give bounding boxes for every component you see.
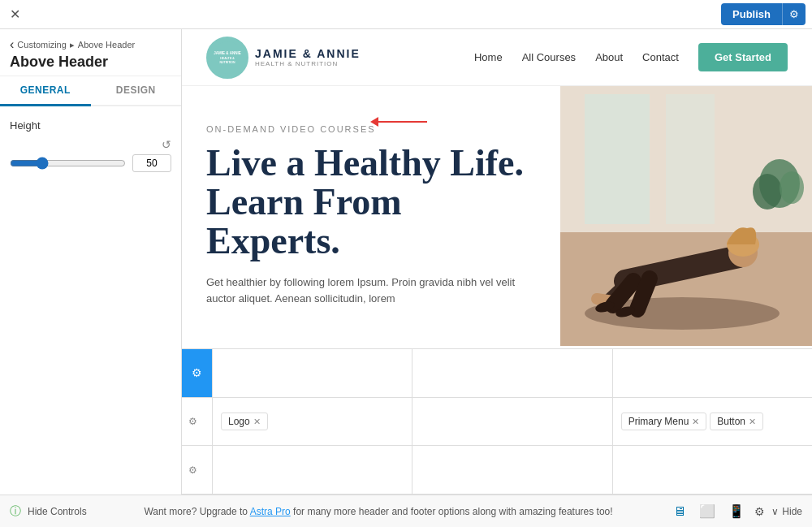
- builder-cell-2-middle[interactable]: [412, 398, 612, 446]
- hero-title: Live a Healthy Life. Learn From Experts.: [206, 144, 536, 261]
- upgrade-suffix: for many more header and footer options …: [293, 506, 613, 517]
- mobile-icon[interactable]: 📱: [725, 500, 748, 522]
- bottom-center: Want more? Upgrade to Astra Pro for many…: [87, 506, 671, 517]
- logo-sub: HEALTH & NUTRITION: [255, 60, 361, 67]
- bottom-bar: ⓘ Hide Controls Want more? Upgrade to As…: [0, 495, 812, 527]
- logo-tag-label: Logo: [228, 416, 250, 427]
- top-bar-left: ✕: [6, 3, 24, 25]
- sidebar-tabs: General Design: [0, 76, 181, 106]
- website-preview: JAMIE & ANNIE HEALTH & NUTRITION JAMIE &…: [182, 29, 812, 348]
- hide-button[interactable]: ∨ Hide: [771, 506, 802, 517]
- preview-area: JAMIE & ANNIE HEALTH & NUTRITION JAMIE &…: [182, 29, 812, 495]
- publish-group: Publish ⚙: [721, 3, 806, 25]
- builder-cell-active[interactable]: ⚙: [182, 349, 213, 397]
- reset-button[interactable]: ↺: [162, 138, 171, 151]
- sidebar: ‹ Customizing ▸ Above Header Above Heade…: [0, 29, 182, 495]
- hero-section: ON-DEMAND VIDEO COURSES Live a Healthy L…: [182, 86, 812, 346]
- chevron-down-icon: ∨: [771, 506, 779, 517]
- builder-cell-3-4[interactable]: [613, 446, 812, 494]
- astra-pro-link[interactable]: Astra Pro: [250, 506, 291, 517]
- upgrade-text: Want more? Upgrade to: [144, 506, 248, 517]
- sidebar-title: Above Header: [10, 54, 171, 71]
- bottom-right: 🖥 ⬜ 📱 ⚙ ∨ Hide: [670, 500, 802, 522]
- breadcrumb: ‹ Customizing ▸ Above Header: [10, 37, 171, 52]
- back-arrow[interactable]: ‹: [10, 37, 14, 52]
- close-button[interactable]: ✕: [6, 3, 24, 25]
- info-icon: ⓘ: [10, 504, 21, 519]
- builder-row-3: ⚙: [182, 446, 812, 495]
- breadcrumb-section: Above Header: [78, 40, 135, 50]
- builder-cell-3-gear[interactable]: ⚙: [182, 446, 213, 494]
- button-tag[interactable]: Button ✕: [710, 413, 763, 430]
- button-tag-label: Button: [717, 416, 745, 427]
- sidebar-header: ‹ Customizing ▸ Above Header Above Heade…: [0, 29, 181, 76]
- main-layout: ‹ Customizing ▸ Above Header Above Heade…: [0, 29, 812, 495]
- get-started-button[interactable]: Get Started: [698, 43, 788, 71]
- builder-cell-1-2[interactable]: [213, 349, 412, 397]
- logo-tag[interactable]: Logo ✕: [221, 413, 268, 430]
- svg-text:JAMIE & ANNIE: JAMIE & ANNIE: [214, 51, 240, 55]
- height-slider[interactable]: [10, 157, 126, 170]
- site-logo: JAMIE & ANNIE HEALTH & NUTRITION JAMIE &…: [206, 37, 361, 79]
- svg-text:NUTRITION: NUTRITION: [219, 61, 235, 64]
- breadcrumb-root[interactable]: Customizing: [17, 40, 67, 50]
- gear-icon-row3: ⚙: [188, 464, 197, 476]
- builder-row-1: ⚙: [182, 349, 812, 398]
- bottom-left: ⓘ Hide Controls: [10, 504, 87, 519]
- menu-about[interactable]: About: [595, 51, 623, 63]
- logo-circle: JAMIE & ANNIE HEALTH & NUTRITION: [206, 37, 248, 79]
- hide-controls-label[interactable]: Hide Controls: [28, 506, 87, 517]
- primary-menu-label: Primary Menu: [628, 416, 689, 427]
- svg-point-10: [780, 171, 804, 204]
- svg-text:HEALTH &: HEALTH &: [220, 57, 235, 60]
- builder-cell-1-4[interactable]: [613, 349, 812, 397]
- tab-general[interactable]: General: [0, 76, 91, 106]
- hero-desc: Get healthier by following lorem Ipsum. …: [206, 274, 536, 309]
- menu-contact[interactable]: Contact: [642, 51, 679, 63]
- sidebar-content: Height ↺: [0, 106, 181, 495]
- builder-row-2: ⚙ Logo ✕ Primary Menu ✕: [182, 398, 812, 447]
- builder-cell-2-gear[interactable]: ⚙: [182, 398, 213, 446]
- menu-home[interactable]: Home: [474, 51, 503, 63]
- gear-icon-row2: ⚙: [188, 416, 197, 427]
- svg-point-9: [753, 174, 782, 210]
- tab-design[interactable]: Design: [91, 76, 182, 106]
- hero-image-placeholder: [560, 86, 812, 346]
- height-input[interactable]: [132, 154, 171, 172]
- svg-line-18: [637, 279, 650, 309]
- site-menu: Home All Courses About Contact Get Start…: [474, 43, 788, 71]
- builder-cell-3-2[interactable]: [213, 446, 412, 494]
- primary-menu-close[interactable]: ✕: [692, 417, 699, 427]
- svg-rect-7: [666, 94, 715, 224]
- publish-settings-button[interactable]: ⚙: [782, 3, 806, 25]
- builder-cell-1-3[interactable]: [412, 349, 612, 397]
- gear-icon-active: ⚙: [192, 366, 202, 379]
- height-label: Height: [10, 119, 171, 132]
- arrow-left-indicator: [370, 117, 427, 127]
- logo-name: JAMIE & ANNIE: [255, 47, 361, 60]
- top-bar: ✕ Publish ⚙: [0, 0, 812, 29]
- logo-text: JAMIE & ANNIE HEALTH & NUTRITION: [255, 47, 361, 67]
- tablet-icon[interactable]: ⬜: [696, 500, 719, 522]
- hide-label: Hide: [782, 506, 802, 517]
- builder-section-wrap: ⚙ ⚙ Logo ✕: [182, 348, 812, 495]
- desktop-icon[interactable]: 🖥: [670, 501, 689, 522]
- settings-icon-bottom[interactable]: ⚙: [754, 505, 765, 518]
- builder-cell-3-3[interactable]: [412, 446, 612, 494]
- builder-overlay: ⚙ ⚙ Logo ✕: [182, 348, 812, 495]
- svg-rect-6: [585, 94, 650, 224]
- menu-all-courses[interactable]: All Courses: [522, 51, 576, 63]
- builder-cell-2-right[interactable]: Primary Menu ✕ Button ✕: [613, 398, 812, 446]
- hero-image: [560, 86, 812, 346]
- builder-cell-2-logo[interactable]: Logo ✕: [213, 398, 412, 446]
- publish-button[interactable]: Publish: [721, 3, 782, 25]
- logo-tag-close[interactable]: ✕: [253, 417, 261, 427]
- button-tag-close[interactable]: ✕: [749, 417, 756, 427]
- height-control: [10, 154, 171, 172]
- site-nav: JAMIE & ANNIE HEALTH & NUTRITION JAMIE &…: [182, 29, 812, 86]
- breadcrumb-separator: ▸: [70, 40, 75, 50]
- primary-menu-tag[interactable]: Primary Menu ✕: [621, 413, 707, 430]
